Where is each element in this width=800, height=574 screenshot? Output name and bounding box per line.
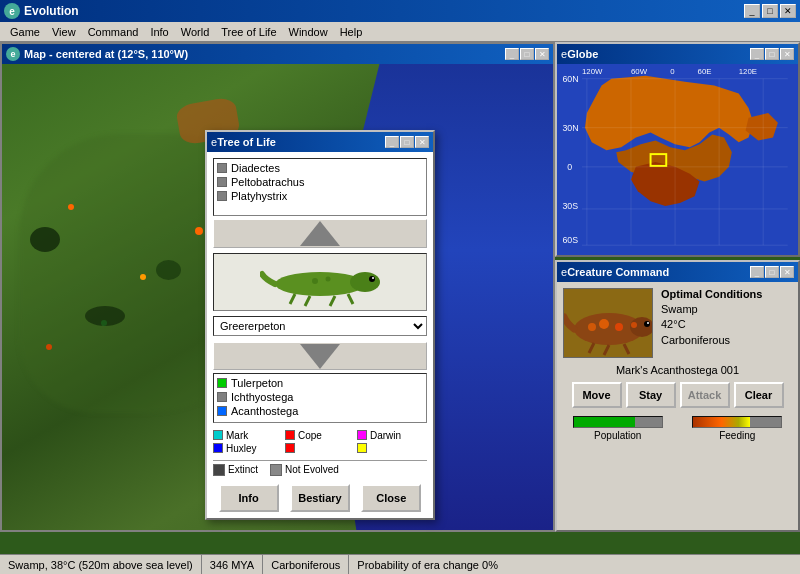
species-item: Platyhystrix xyxy=(217,190,423,202)
species-list-bottom[interactable]: Tulerpeton Ichthyostega Acanthostega xyxy=(213,373,427,423)
species-item: Acanthostega xyxy=(217,405,423,417)
mya-text: 346 MYA xyxy=(210,559,254,571)
extinct-label: Extinct xyxy=(228,464,258,475)
feeding-bar-bg xyxy=(692,416,782,428)
map-close-button[interactable]: ✕ xyxy=(535,48,549,60)
tol-maximize-button[interactable]: □ xyxy=(400,136,414,148)
globe-content: 60N 30N 0 30S 60S 120W 60W 0 60E 120E xyxy=(557,64,798,255)
menu-game[interactable]: Game xyxy=(4,25,46,39)
svg-line-40 xyxy=(624,344,629,354)
minimize-button[interactable]: _ xyxy=(744,4,760,18)
cc-info: Optimal Conditions Swamp 42°C Carbonifer… xyxy=(661,288,792,358)
svg-text:0: 0 xyxy=(670,67,675,76)
svg-text:60W: 60W xyxy=(631,67,648,76)
map-minimize-button[interactable]: _ xyxy=(505,48,519,60)
vegetation xyxy=(85,306,125,326)
species-name: Peltobatrachus xyxy=(231,176,304,188)
legend-item-cope: Cope xyxy=(285,430,355,441)
map-window-buttons: _ □ ✕ xyxy=(505,48,549,60)
menu-world[interactable]: World xyxy=(175,25,216,39)
menu-command[interactable]: Command xyxy=(82,25,145,39)
temp-detail: 42°C xyxy=(661,317,792,332)
creature-name: Mark's Acanthostega 001 xyxy=(563,364,792,376)
map-maximize-button[interactable]: □ xyxy=(520,48,534,60)
menu-view[interactable]: View xyxy=(46,25,82,39)
globe-maximize-button[interactable]: □ xyxy=(765,48,779,60)
scroll-down-button[interactable] xyxy=(213,342,427,371)
menu-info[interactable]: Info xyxy=(144,25,174,39)
legend-color xyxy=(213,443,223,453)
creature-marker xyxy=(46,344,52,350)
legend-item-huxley: Huxley xyxy=(213,443,283,454)
menu-tree-of-life[interactable]: Tree of Life xyxy=(215,25,282,39)
svg-point-43 xyxy=(588,323,596,331)
clear-button[interactable]: Clear xyxy=(734,382,784,408)
globe-window-buttons: _ □ ✕ xyxy=(750,48,794,60)
optimal-label: Optimal Conditions xyxy=(661,288,792,300)
species-name: Diadectes xyxy=(231,162,280,174)
species-item: Tulerpeton xyxy=(217,377,423,389)
cc-close-button[interactable]: ✕ xyxy=(780,266,794,278)
legend-label: Huxley xyxy=(226,443,257,454)
legend-color xyxy=(285,443,295,453)
creature-marker xyxy=(195,227,203,235)
cc-title-bar: e Creature Command _ □ ✕ xyxy=(557,262,798,282)
era-detail: Carboniferous xyxy=(661,333,792,348)
status-terrain: Swamp, 38°C (520m above sea level) xyxy=(0,555,202,574)
app-icon: e xyxy=(4,3,20,19)
scroll-up-button[interactable] xyxy=(213,219,427,248)
feeding-bar xyxy=(693,417,750,427)
legend-item-mark: Mark xyxy=(213,430,283,441)
cc-creature-image xyxy=(563,288,653,358)
bestiary-button[interactable]: Bestiary xyxy=(290,484,350,512)
legend-item-darwin: Darwin xyxy=(357,430,427,441)
app-title: Evolution xyxy=(24,4,744,18)
population-group: Population xyxy=(563,416,673,441)
species-color xyxy=(217,177,227,187)
creature-marker xyxy=(68,204,74,210)
attack-button[interactable]: Attack xyxy=(680,382,730,408)
creature-marker xyxy=(140,274,146,280)
tol-buttons: Info Bestiary Close xyxy=(213,480,427,512)
creature-display xyxy=(213,253,427,311)
cc-maximize-button[interactable]: □ xyxy=(765,266,779,278)
main-area: e Map - centered at (12°S, 110°W) _ □ ✕ xyxy=(0,42,800,572)
menu-window[interactable]: Window xyxy=(283,25,334,39)
tol-close-button[interactable]: ✕ xyxy=(415,136,429,148)
tol-minimize-button[interactable]: _ xyxy=(385,136,399,148)
era-text: Carboniferous xyxy=(271,559,340,571)
maximize-button[interactable]: □ xyxy=(762,4,778,18)
move-button[interactable]: Move xyxy=(572,382,622,408)
species-dropdown[interactable]: Greererpeton xyxy=(213,316,427,336)
tol-close-btn[interactable]: Close xyxy=(361,484,421,512)
svg-text:30S: 30S xyxy=(562,201,578,211)
species-color xyxy=(217,392,227,402)
svg-text:60E: 60E xyxy=(698,67,712,76)
info-button[interactable]: Info xyxy=(219,484,279,512)
species-list-top[interactable]: Diadectes Peltobatrachus Platyhystrix xyxy=(213,158,427,216)
globe-minimize-button[interactable]: _ xyxy=(750,48,764,60)
not-evolved-color xyxy=(270,464,282,476)
legend-item-empty1 xyxy=(285,443,355,454)
legend-color xyxy=(285,430,295,440)
menu-help[interactable]: Help xyxy=(334,25,369,39)
legend-label: Cope xyxy=(298,430,322,441)
close-button[interactable]: ✕ xyxy=(780,4,796,18)
cc-minimize-button[interactable]: _ xyxy=(750,266,764,278)
globe-svg: 60N 30N 0 30S 60S 120W 60W 0 60E 120E xyxy=(557,64,798,255)
globe-close-button[interactable]: ✕ xyxy=(780,48,794,60)
svg-text:30N: 30N xyxy=(562,123,578,133)
map-title-bar: e Map - centered at (12°S, 110°W) _ □ ✕ xyxy=(2,44,553,64)
legend-label: Mark xyxy=(226,430,248,441)
svg-point-1 xyxy=(350,272,380,292)
svg-point-45 xyxy=(644,321,650,327)
population-bar-bg xyxy=(573,416,663,428)
map-window-icon: e xyxy=(6,47,20,61)
species-color xyxy=(217,163,227,173)
species-color xyxy=(217,406,227,416)
svg-point-9 xyxy=(326,277,331,282)
tol-window-buttons: _ □ ✕ xyxy=(385,136,429,148)
feeding-label: Feeding xyxy=(719,430,755,441)
stay-button[interactable]: Stay xyxy=(626,382,676,408)
svg-line-38 xyxy=(589,343,594,353)
